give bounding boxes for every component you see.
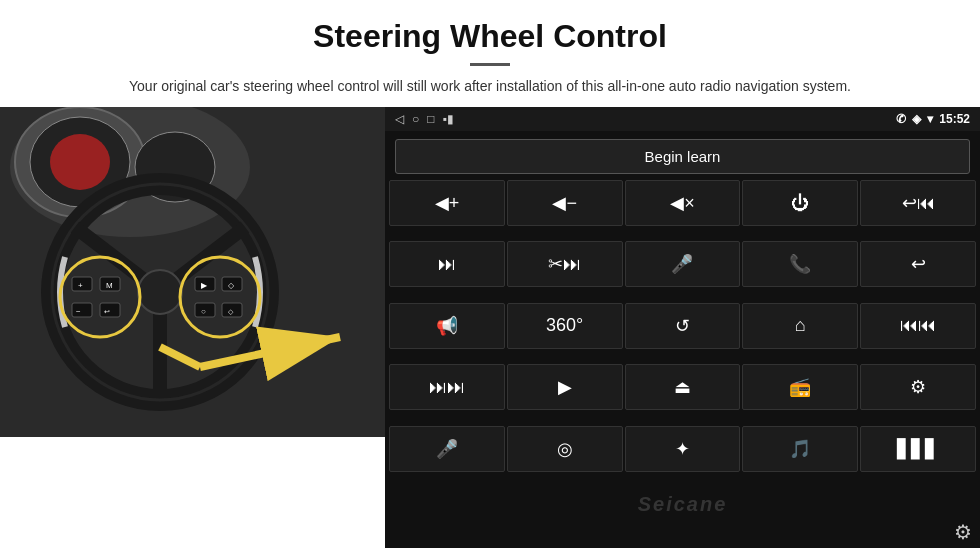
eject-button[interactable]: ⏏ <box>625 364 741 410</box>
begin-learn-row: Begin learn <box>385 131 980 180</box>
svg-text:+: + <box>78 281 83 290</box>
page-container: Steering Wheel Control Your original car… <box>0 0 980 548</box>
controls-grid: ◀+◀−◀×⏻↩⏮⏭✂⏭🎤📞↩📢360°↺⌂⏮⏮⏭⏭▶⏏📻⚙🎤◎✦🎵▋▋▋ <box>385 180 980 489</box>
nav-back-icon[interactable]: ◁ <box>395 112 404 126</box>
eq2-button[interactable]: ▋▋▋ <box>860 426 976 472</box>
signal-bars-icon: ▪▮ <box>443 112 454 126</box>
menu-button[interactable]: ◎ <box>507 426 623 472</box>
svg-text:↩: ↩ <box>104 308 110 315</box>
svg-point-11 <box>138 270 182 314</box>
mute-button[interactable]: ◀× <box>625 180 741 226</box>
voice-button[interactable]: 🎤 <box>389 426 505 472</box>
subtitle-text: Your original car's steering wheel contr… <box>100 76 880 97</box>
svg-text:M: M <box>106 281 113 290</box>
gear-settings-icon[interactable]: ⚙ <box>954 520 972 544</box>
header-section: Steering Wheel Control Your original car… <box>0 0 980 107</box>
nav-recent-icon[interactable]: □ <box>427 112 434 126</box>
svg-rect-16 <box>100 303 120 317</box>
svg-text:−: − <box>76 307 81 316</box>
android-screen: ◁ ○ □ ▪▮ ✆ ◈ ▾ 15:52 Begin learn ◀+◀−◀×⏻… <box>385 107 980 548</box>
phone-status-icon: ✆ <box>896 112 906 126</box>
ff-button[interactable]: ✂⏭ <box>507 241 623 287</box>
svg-point-4 <box>50 134 110 190</box>
next-track-button[interactable]: ⏭ <box>389 241 505 287</box>
content-section: + M − ↩ ▶ ◇ ○ ◇ <box>0 107 980 548</box>
horn-button[interactable]: 📢 <box>389 303 505 349</box>
vol-down-button[interactable]: ◀− <box>507 180 623 226</box>
svg-text:◇: ◇ <box>228 281 235 290</box>
bt-button[interactable]: ✦ <box>625 426 741 472</box>
svg-rect-15 <box>72 303 92 317</box>
prev-phone-button[interactable]: ↩⏮ <box>860 180 976 226</box>
location-icon: ◈ <box>912 112 921 126</box>
home-button[interactable]: ⌂ <box>742 303 858 349</box>
status-right: ✆ ◈ ▾ 15:52 <box>896 112 970 126</box>
svg-text:▶: ▶ <box>201 281 208 290</box>
vol-up-button[interactable]: ◀+ <box>389 180 505 226</box>
android-statusbar: ◁ ○ □ ▪▮ ✆ ◈ ▾ 15:52 <box>385 107 980 131</box>
mic-button[interactable]: 🎤 <box>625 241 741 287</box>
clock: 15:52 <box>939 112 970 126</box>
radio-button[interactable]: 📻 <box>742 364 858 410</box>
seicane-watermark: Seicane <box>385 489 980 518</box>
nav-home-icon[interactable]: ○ <box>412 112 419 126</box>
power-button[interactable]: ⏻ <box>742 180 858 226</box>
eq-button[interactable]: ⚙ <box>860 364 976 410</box>
begin-learn-button[interactable]: Begin learn <box>395 139 970 174</box>
skip-fwd-button[interactable]: ⏭⏭ <box>389 364 505 410</box>
gear-row: ⚙ <box>385 518 980 548</box>
page-title: Steering Wheel Control <box>20 18 960 55</box>
back-button[interactable]: ↺ <box>625 303 741 349</box>
steering-wheel-svg: + M − ↩ ▶ ◇ ○ ◇ <box>0 107 385 437</box>
status-left: ◁ ○ □ ▪▮ <box>395 112 454 126</box>
music-button[interactable]: 🎵 <box>742 426 858 472</box>
title-divider <box>470 63 510 66</box>
cam360-button[interactable]: 360° <box>507 303 623 349</box>
hang-up-button[interactable]: ↩ <box>860 241 976 287</box>
steering-bg: + M − ↩ ▶ ◇ ○ ◇ <box>0 107 385 437</box>
rewind-button[interactable]: ⏮⏮ <box>860 303 976 349</box>
nav-button[interactable]: ▶ <box>507 364 623 410</box>
call-button[interactable]: 📞 <box>742 241 858 287</box>
wifi-icon: ▾ <box>927 112 933 126</box>
svg-text:○: ○ <box>201 307 206 316</box>
steering-wheel-image: + M − ↩ ▶ ◇ ○ ◇ <box>0 107 385 437</box>
